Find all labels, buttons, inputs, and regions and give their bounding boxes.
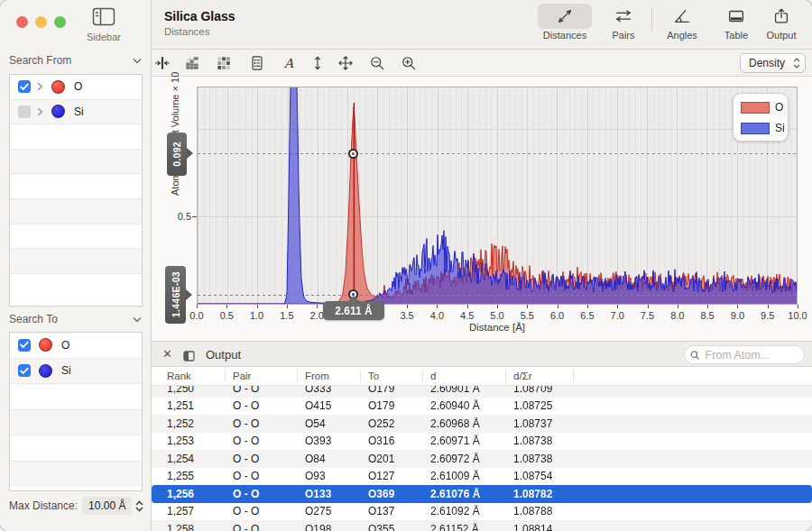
minimize-window-button[interactable]: [35, 16, 47, 28]
table-cell: O179: [361, 386, 423, 395]
x-axis-tick: [437, 305, 438, 308]
table-cell: 1,255: [152, 470, 226, 482]
split-pane-icon[interactable]: [183, 349, 195, 365]
toolbar-button-distances[interactable]: Distances: [538, 4, 592, 41]
output-search-input[interactable]: [704, 348, 799, 362]
search-from-header[interactable]: Search From: [9, 54, 142, 67]
fit-width-icon-button[interactable]: [152, 52, 173, 74]
density-popup[interactable]: Density: [740, 53, 806, 73]
list-options-icon-button[interactable]: [246, 52, 268, 74]
close-panel-icon[interactable]: ✕: [162, 347, 172, 361]
sidebar-toggle-button[interactable]: Sidebar: [83, 7, 125, 42]
column-header-rank[interactable]: Rank: [152, 370, 226, 383]
table-cell: 1.08754: [506, 470, 574, 482]
table-cell: O - O: [226, 470, 298, 482]
pairs-icon: [596, 4, 651, 29]
empty-list-row: [10, 174, 142, 199]
histogram-blocks-icon-button[interactable]: [181, 52, 203, 74]
max-distance-control: Max Distance: 10.00 Å: [0, 497, 152, 515]
x-axis-tick: [798, 305, 798, 308]
table-row[interactable]: 1,256O - OO133O3692.61076 Å1.08782: [152, 485, 812, 503]
column-header-pair[interactable]: Pair: [226, 370, 298, 383]
table-row[interactable]: 1,250O - OO333O1792.60901 Å1.08709: [152, 386, 812, 398]
crosshair-top-marker[interactable]: [348, 149, 358, 159]
table-cell: O127: [361, 470, 423, 482]
x-axis-tick: [678, 305, 678, 308]
search-icon: [690, 350, 700, 361]
x-axis-tick: [648, 305, 649, 308]
table-row[interactable]: 1,257O - OO275O1372.61092 Å1.08788: [152, 503, 812, 521]
max-distance-stepper[interactable]: [135, 500, 143, 512]
checkbox[interactable]: [18, 339, 31, 352]
pan-icon-button[interactable]: [335, 52, 356, 74]
text-label-icon-button[interactable]: A: [278, 52, 300, 74]
output-panel-title: Output: [206, 348, 241, 362]
table-header[interactable]: RankPairFromTodd/Σr: [152, 367, 812, 386]
atom-list-item[interactable]: O: [10, 75, 142, 100]
table-cell: 2.60971 Å: [423, 435, 506, 447]
output-search-field[interactable]: [684, 345, 805, 364]
x-axis-tick: [497, 305, 498, 308]
column-header-dr[interactable]: d/Σr: [506, 370, 574, 383]
x-axis-tick: [527, 305, 528, 308]
vertical-scale-icon-button[interactable]: [307, 52, 328, 74]
element-label: O: [61, 339, 69, 352]
zoom-out-icon-button[interactable]: [366, 52, 388, 74]
column-header-to[interactable]: To: [361, 370, 423, 383]
x-axis-tick-label: 9.0: [731, 310, 744, 321]
chart-toolbar: A Density: [152, 50, 812, 77]
distance-histogram-canvas[interactable]: [198, 87, 797, 304]
x-axis-tick: [707, 305, 708, 308]
top-value-flag[interactable]: 0.092: [167, 133, 187, 176]
table-row[interactable]: 1,253O - OO393O3162.60971 Å1.08738: [152, 433, 812, 451]
disclosure-chevron-icon[interactable]: [37, 82, 43, 91]
x-axis-tick-label: 4.0: [430, 310, 444, 321]
toolbar-button-angles[interactable]: Angles: [655, 4, 709, 41]
atom-list-item[interactable]: Si: [10, 100, 142, 125]
element-color-swatch: [39, 364, 52, 378]
table-cell: O93: [298, 470, 361, 482]
x-axis-tick-label: 7.5: [641, 310, 654, 321]
table-cell: 1.08737: [506, 417, 574, 430]
pixel-grid-icon-button[interactable]: [213, 52, 235, 74]
atom-list-item[interactable]: O: [10, 333, 142, 359]
chevron-down-icon: [133, 58, 142, 64]
x-axis-tick-label: 9.5: [761, 310, 774, 321]
max-distance-field[interactable]: 10.00 Å: [82, 497, 132, 515]
table-row[interactable]: 1,251O - OO415O1792.60940 Å1.08725: [152, 398, 812, 416]
zoom-in-icon-button[interactable]: [398, 52, 420, 74]
toolbar-button-pairs[interactable]: Pairs: [596, 4, 651, 41]
checkbox[interactable]: [18, 80, 31, 93]
checkbox[interactable]: [18, 364, 31, 377]
legend-swatch: [741, 102, 770, 114]
column-header-d[interactable]: d: [423, 370, 506, 383]
zoom-window-button[interactable]: [54, 16, 66, 28]
search-to-header[interactable]: Search To: [9, 313, 142, 325]
table-cell: 2.60972 Å: [423, 453, 506, 465]
table-cell: 1.08738: [506, 435, 574, 447]
x-axis-tick-label: 6.0: [550, 310, 564, 321]
column-header-from[interactable]: From: [298, 370, 361, 383]
table-cell: 1,258: [152, 523, 226, 531]
output-share-icon: [754, 4, 808, 29]
table-row[interactable]: 1,255O - OO93O1272.61009 Å1.08754: [152, 468, 812, 486]
atom-list-item[interactable]: Si: [10, 359, 142, 385]
column-header-empty: [574, 370, 812, 383]
disclosure-chevron-icon[interactable]: [37, 107, 43, 116]
checkbox[interactable]: [18, 105, 31, 118]
y-axis-tick-label: 0.5: [168, 211, 191, 222]
x-axis-tick: [737, 305, 738, 308]
chart-legend[interactable]: OSi: [733, 93, 789, 142]
table-row[interactable]: 1,252O - OO54O2522.60968 Å1.08737: [152, 415, 812, 433]
table-row[interactable]: 1,258O - OO198O3552.61152 Å1.08814: [152, 520, 812, 531]
close-window-button[interactable]: [16, 16, 28, 28]
bottom-value-flag[interactable]: 1.446E-03: [165, 266, 186, 324]
x-axis-tick: [226, 305, 227, 308]
table-row[interactable]: 1,254O - OO84O2012.60972 Å1.08738: [152, 450, 812, 468]
document-subtitle: Distances: [164, 26, 210, 37]
toolbar-button-output[interactable]: Output: [754, 4, 808, 41]
sidebar-button-label: Sidebar: [83, 32, 125, 42]
table-cell: O198: [298, 523, 361, 531]
x-axis-tick-label: 2.0: [310, 310, 324, 321]
table-cell: 1,250: [152, 386, 226, 395]
